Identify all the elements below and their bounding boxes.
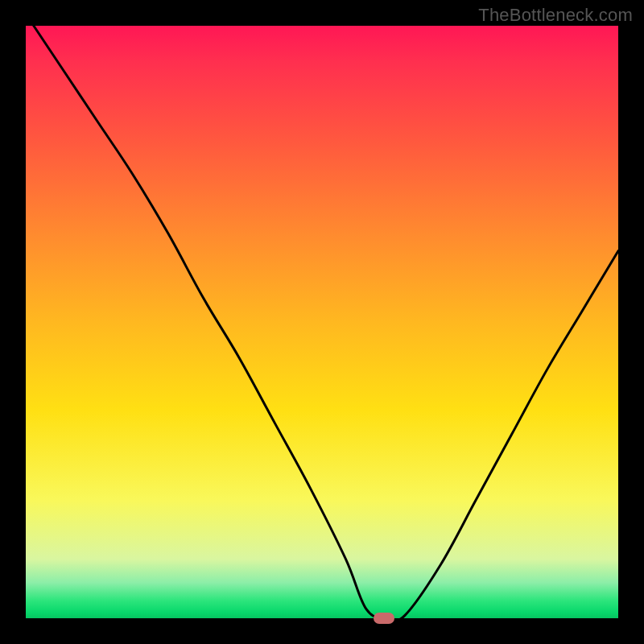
watermark-text: TheBottleneck.com (478, 5, 633, 26)
optimal-point-marker (374, 613, 394, 624)
bottleneck-curve-path (26, 14, 618, 621)
plot-area (26, 26, 618, 618)
frame: TheBottleneck.com (0, 0, 644, 644)
bottleneck-curve-svg (26, 26, 618, 618)
